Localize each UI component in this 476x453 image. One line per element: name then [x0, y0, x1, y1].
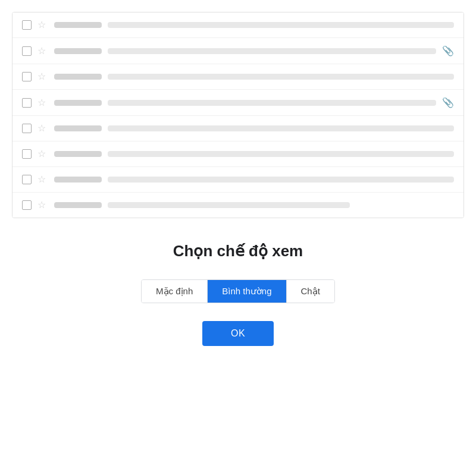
checkbox[interactable] [22, 72, 32, 81]
content-bar [108, 177, 454, 183]
star-icon[interactable]: ☆ [37, 20, 48, 30]
attachment-icon: 📎 [442, 45, 454, 56]
email-row[interactable]: ☆ [12, 141, 464, 167]
view-options-group: Mặc định Bình thường Chật [141, 279, 335, 303]
sender-bar [54, 202, 102, 208]
checkbox[interactable] [22, 175, 32, 184]
sender-bar [54, 151, 102, 157]
star-icon[interactable]: ☆ [37, 174, 48, 185]
sender-bar [54, 74, 102, 80]
email-row[interactable]: ☆ [12, 116, 464, 141]
email-list: ☆ ☆ 📎 ☆ ☆ 📎 ☆ ☆ ☆ [12, 12, 464, 218]
star-icon[interactable]: ☆ [37, 149, 48, 159]
star-icon[interactable]: ☆ [37, 71, 48, 82]
content-bar [108, 202, 350, 208]
content-bar [108, 125, 454, 131]
sender-bar [54, 22, 102, 28]
checkbox[interactable] [22, 200, 32, 210]
email-row[interactable]: ☆ 📎 [12, 38, 464, 64]
modal-title: Chọn chế độ xem [173, 242, 303, 260]
checkbox[interactable] [22, 20, 32, 30]
email-row[interactable]: ☆ [12, 193, 464, 218]
sender-bar [54, 100, 102, 106]
attachment-icon: 📎 [442, 97, 454, 108]
email-row[interactable]: ☆ 📎 [12, 90, 464, 116]
checkbox[interactable] [22, 124, 32, 133]
content-bar [108, 100, 436, 106]
email-row[interactable]: ☆ [12, 64, 464, 90]
checkbox[interactable] [22, 46, 32, 56]
content-bar [108, 48, 436, 54]
star-icon[interactable]: ☆ [37, 200, 48, 210]
option-normal-button[interactable]: Bình thường [208, 280, 286, 303]
email-row[interactable]: ☆ [12, 12, 464, 38]
star-icon[interactable]: ☆ [37, 123, 48, 134]
content-bar [108, 151, 454, 157]
option-default-button[interactable]: Mặc định [142, 280, 208, 303]
content-bar [108, 22, 454, 28]
star-icon[interactable]: ☆ [37, 46, 48, 56]
checkbox[interactable] [22, 149, 32, 159]
modal-dialog: Chọn chế độ xem Mặc định Bình thường Chậ… [0, 218, 476, 364]
sender-bar [54, 125, 102, 131]
ok-button[interactable]: OK [202, 321, 274, 346]
sender-bar [54, 177, 102, 183]
option-chat-button[interactable]: Chật [287, 280, 334, 303]
sender-bar [54, 48, 102, 54]
email-row[interactable]: ☆ [12, 167, 464, 193]
content-bar [108, 74, 454, 80]
checkbox[interactable] [22, 98, 32, 108]
star-icon[interactable]: ☆ [37, 97, 48, 108]
